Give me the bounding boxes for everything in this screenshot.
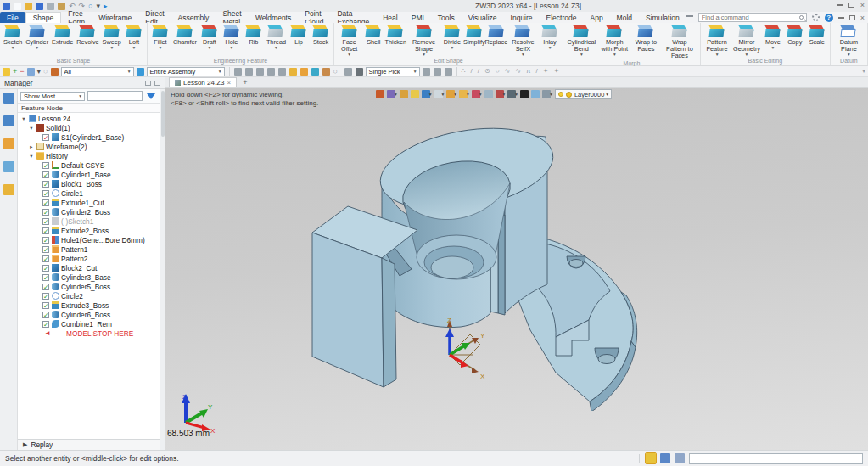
entity-filter-select[interactable]: All▾: [61, 67, 134, 76]
dark-square-icon[interactable]: [356, 68, 363, 76]
grab1-icon[interactable]: ✦: [543, 67, 549, 76]
dropdown-caret-icon[interactable]: ▾: [348, 53, 350, 56]
menu-tab-app[interactable]: App: [583, 12, 609, 23]
dropdown-caret-icon[interactable]: ▾: [231, 46, 233, 49]
circle-center-icon[interactable]: ⊙: [484, 67, 490, 76]
divide-button[interactable]: Divide▾: [441, 24, 463, 57]
dropdown-caret-icon[interactable]: ▾: [613, 53, 616, 56]
tree-node[interactable]: ▸Wireframe(2): [18, 142, 160, 151]
pick-chain-icon[interactable]: [434, 68, 441, 76]
play-icon[interactable]: ▸: [104, 3, 108, 10]
line2-tool-icon[interactable]: /: [478, 67, 479, 76]
replace-button[interactable]: Replace: [485, 24, 507, 57]
background-icon[interactable]: [531, 90, 540, 98]
dropdown-caret-icon[interactable]: ▾: [549, 46, 552, 49]
menu-tab-point-cloud[interactable]: Point Cloud: [298, 12, 330, 23]
grab2-icon[interactable]: ✦: [553, 67, 559, 76]
visibility-checkbox[interactable]: ✓: [42, 312, 49, 318]
bound-icon[interactable]: [344, 68, 352, 76]
dropdown-caret-icon[interactable]: ▾: [454, 92, 456, 97]
dropdown-caret-icon[interactable]: ▾: [746, 53, 748, 56]
exit-view-icon[interactable]: [376, 90, 384, 98]
pattern-feature-button[interactable]: Pattern Feature▾: [703, 24, 731, 57]
dropdown-caret-icon[interactable]: ▾: [133, 46, 136, 49]
circle-tool-icon[interactable]: ○: [496, 67, 500, 76]
shade-box-icon[interactable]: [411, 90, 419, 98]
dropdown-caret-icon[interactable]: ▾: [522, 53, 524, 56]
visibility-checkbox[interactable]: ✓: [42, 255, 49, 262]
window-mode-icon[interactable]: [646, 453, 656, 463]
shell-button[interactable]: Shell: [362, 24, 384, 57]
pick-mode-select[interactable]: Single Pick▾: [366, 67, 420, 76]
tree-node[interactable]: ▾History: [18, 151, 160, 160]
user-view-icon[interactable]: [322, 68, 330, 76]
simplify-button[interactable]: Simplify: [463, 24, 485, 57]
stock-button[interactable]: Stock: [310, 24, 332, 57]
tree-node[interactable]: ✓(-)Sketch1: [18, 216, 160, 226]
mirror-geometry-button[interactable]: Mirror Geometry▾: [731, 24, 762, 57]
document-tab[interactable]: Lesson 24.Z3 ×: [169, 77, 237, 87]
new-tab-button[interactable]: +: [237, 77, 253, 87]
line-tool-icon[interactable]: /: [471, 67, 473, 76]
tree-node[interactable]: ▾Lesson 24: [18, 114, 160, 123]
visibility-checkbox[interactable]: ✓: [42, 265, 49, 272]
align-center-icon[interactable]: [245, 68, 253, 76]
thicken-button[interactable]: Thicken: [384, 24, 406, 57]
visibility-checkbox[interactable]: ✓: [42, 218, 49, 225]
chamfer-button[interactable]: Chamfer: [171, 24, 199, 57]
picture-filter-icon[interactable]: [27, 68, 35, 76]
dropdown-caret-icon[interactable]: ▾: [550, 92, 552, 97]
tree-node[interactable]: ✓Extrude3_Boss: [18, 300, 160, 310]
hole-button[interactable]: Hole▾: [221, 24, 243, 57]
sketch-button[interactable]: Sketch▾: [2, 24, 24, 57]
dropdown-caret-icon[interactable]: ▾: [771, 46, 774, 49]
menu-tab-inquire[interactable]: Inquire: [504, 12, 540, 23]
filter-funnel-icon[interactable]: [147, 93, 155, 99]
edit-pencil-icon[interactable]: [400, 90, 408, 98]
dropdown-caret-icon[interactable]: ▾: [467, 92, 469, 97]
visibility-checkbox[interactable]: ✓: [42, 134, 49, 141]
dropdown-caret-icon[interactable]: ▾: [515, 92, 518, 97]
note-mode-icon[interactable]: [675, 453, 685, 463]
dropdown-caret-icon[interactable]: ▾: [12, 46, 14, 49]
tree-node[interactable]: ✓Block2_Cut: [18, 263, 160, 272]
new-file-icon[interactable]: [14, 3, 21, 10]
chevron-down-icon[interactable]: ▾: [606, 92, 608, 97]
align-top-icon[interactable]: [267, 68, 275, 76]
view-manager-icon[interactable]: [3, 161, 14, 172]
visibility-checkbox[interactable]: ✓: [42, 284, 49, 290]
zoom-window-icon[interactable]: [484, 90, 493, 98]
menu-tab-electrode[interactable]: Electrode: [540, 12, 584, 23]
wrap-pattern-to-faces-button[interactable]: Wrap Pattern to Faces: [661, 24, 698, 59]
dropdown-caret-icon[interactable]: ▾: [716, 53, 719, 56]
segment-icon[interactable]: /: [536, 67, 538, 76]
tree-node[interactable]: ✓Block1_Boss: [18, 179, 160, 188]
manager-scrollbar[interactable]: [160, 89, 165, 450]
loft-button[interactable]: Loft▾: [123, 24, 145, 57]
rib-button[interactable]: Rib: [243, 24, 265, 57]
tree-node[interactable]: ✓Pattern1: [18, 244, 160, 254]
menu-tab-sheet-metal[interactable]: Sheet Metal: [216, 12, 249, 23]
visibility-checkbox[interactable]: ✓: [42, 293, 49, 300]
align-bottom-icon[interactable]: [278, 68, 286, 76]
tree-search-input[interactable]: [87, 91, 143, 101]
menu-tab-heal[interactable]: Heal: [376, 12, 404, 23]
dropdown-caret-icon[interactable]: ▾: [36, 46, 38, 49]
tree-node[interactable]: ◄----- MODEL STOP HERE -----: [18, 328, 160, 338]
dropdown-caret-icon[interactable]: ▾: [275, 46, 277, 49]
app-logo-icon[interactable]: [3, 3, 10, 10]
remove-entity-icon[interactable]: −: [20, 68, 24, 76]
assembly-manager-icon[interactable]: [3, 115, 14, 126]
visual-manager-icon[interactable]: [3, 138, 14, 149]
tree-node[interactable]: ✓Pattern2: [18, 254, 160, 263]
resolve-selfx-button[interactable]: Resolve SelfX▾: [507, 24, 539, 57]
menu-tab-assembly[interactable]: Assembly: [171, 12, 216, 23]
tree-node[interactable]: ✓Cylinder1_Base: [18, 170, 160, 179]
panel-pin-icon[interactable]: [145, 81, 151, 86]
tree-node[interactable]: ✓Cylinder3_Base: [18, 272, 160, 282]
pick-cursor-icon[interactable]: [3, 68, 10, 76]
dropdown-caret-icon[interactable]: ▾: [451, 46, 453, 49]
revolve-button[interactable]: Revolve: [75, 24, 100, 57]
dropdown-caret-icon[interactable]: ▾: [110, 46, 113, 49]
folder-tools-icon[interactable]: [300, 68, 308, 76]
